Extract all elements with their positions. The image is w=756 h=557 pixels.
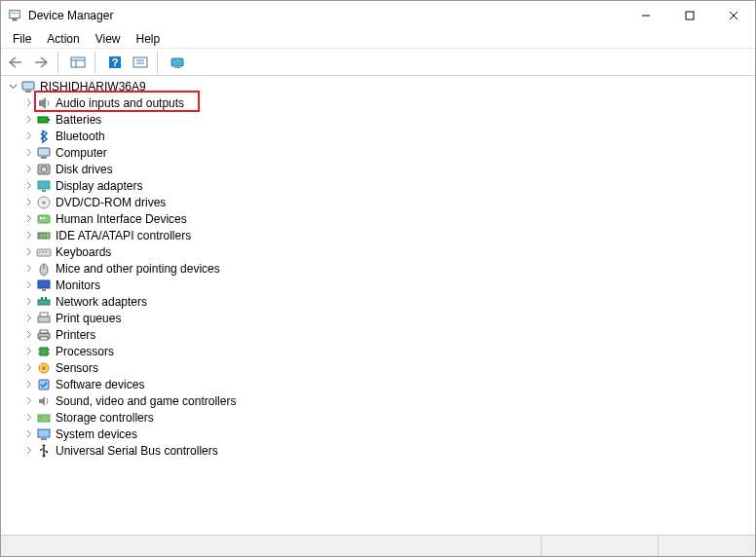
forward-button[interactable] xyxy=(30,52,52,73)
tree-node-label: Batteries xyxy=(56,113,101,127)
svg-rect-46 xyxy=(42,289,46,291)
tree-node[interactable]: Sensors xyxy=(1,359,755,376)
tree-node[interactable]: Batteries xyxy=(1,111,755,128)
svg-rect-51 xyxy=(40,313,48,316)
expand-icon[interactable] xyxy=(20,278,36,293)
hid-icon xyxy=(36,211,52,227)
expand-icon[interactable] xyxy=(20,195,36,210)
tree-node[interactable]: Human Interface Devices xyxy=(1,210,755,227)
tree-node[interactable]: Computer xyxy=(1,144,755,161)
tree-node-label: Disk drives xyxy=(56,163,113,176)
tree-node[interactable]: System devices xyxy=(1,426,755,442)
tree-node-label: Sound, video and game controllers xyxy=(56,394,236,408)
menu-file[interactable]: File xyxy=(5,31,39,47)
tree-node[interactable]: Bluetooth xyxy=(1,128,755,144)
expand-icon[interactable] xyxy=(20,244,36,260)
expand-icon[interactable] xyxy=(20,344,36,359)
tree-node[interactable]: Display adapters xyxy=(1,177,755,194)
menu-action[interactable]: Action xyxy=(39,31,87,47)
expand-icon[interactable] xyxy=(20,327,36,343)
expand-icon[interactable] xyxy=(20,377,36,392)
collapse-icon[interactable] xyxy=(5,79,20,94)
show-hidden-button[interactable] xyxy=(67,52,89,73)
svg-rect-48 xyxy=(41,297,43,300)
tree-node[interactable]: Software devices xyxy=(1,376,755,392)
tree-node-label: Storage controllers xyxy=(56,411,154,425)
printer-icon xyxy=(36,327,52,343)
display-icon xyxy=(36,178,52,194)
bluetooth-icon xyxy=(36,129,52,144)
tree-node[interactable]: Universal Serial Bus controllers xyxy=(1,442,755,459)
tree-node[interactable]: Print queues xyxy=(1,310,755,326)
tree-node-label: Universal Serial Bus controllers xyxy=(56,444,218,458)
monitor-icon xyxy=(36,278,52,293)
tree-node-label: Computer xyxy=(56,146,107,160)
tree-node[interactable]: DVD/CD-ROM drives xyxy=(1,194,755,210)
properties-button[interactable] xyxy=(130,52,151,73)
maximize-button[interactable] xyxy=(667,1,711,30)
expand-icon[interactable] xyxy=(20,211,36,227)
tree-node-label: Sensors xyxy=(56,361,98,375)
printqueue-icon xyxy=(36,311,52,326)
tree-node[interactable]: Keyboards xyxy=(1,243,755,260)
app-icon xyxy=(7,8,22,23)
svg-rect-29 xyxy=(42,190,46,192)
menu-help[interactable]: Help xyxy=(129,31,169,47)
scan-button[interactable] xyxy=(167,52,188,73)
svg-text:?: ? xyxy=(112,56,119,68)
tree-node-label: Display adapters xyxy=(56,179,142,193)
back-button[interactable] xyxy=(5,52,26,73)
svg-point-4 xyxy=(17,13,19,15)
expand-icon[interactable] xyxy=(20,228,36,243)
tree-node-label: System devices xyxy=(56,427,137,441)
disk-icon xyxy=(36,162,52,177)
expand-icon[interactable] xyxy=(20,112,36,128)
window-title: Device Manager xyxy=(28,9,624,22)
minimize-button[interactable] xyxy=(624,1,667,30)
keyboard-icon xyxy=(36,244,52,260)
tree-node-label: Keyboards xyxy=(56,245,111,259)
menubar: File Action View Help xyxy=(1,30,755,49)
svg-rect-0 xyxy=(10,11,20,19)
svg-rect-42 xyxy=(45,251,47,253)
help-button[interactable]: ? xyxy=(104,52,126,73)
expand-icon[interactable] xyxy=(20,294,36,310)
sensor-icon xyxy=(36,360,52,376)
tree-node[interactable]: IDE ATA/ATAPI controllers xyxy=(1,227,755,243)
svg-point-3 xyxy=(14,13,16,15)
toolbar-separator xyxy=(157,52,161,73)
tree-node[interactable]: Sound, video and game controllers xyxy=(1,392,755,409)
device-tree[interactable]: RISHIDHARIW36A9 Audio inputs and outputs… xyxy=(1,76,755,535)
tree-node-label: Software devices xyxy=(56,378,144,391)
svg-point-68 xyxy=(43,454,46,457)
expand-icon[interactable] xyxy=(20,129,36,144)
expand-icon[interactable] xyxy=(20,427,36,442)
svg-rect-49 xyxy=(45,297,47,300)
svg-rect-23 xyxy=(48,119,50,121)
expand-icon[interactable] xyxy=(20,443,36,459)
expand-icon[interactable] xyxy=(20,162,36,177)
titlebar: Device Manager xyxy=(1,1,755,30)
svg-rect-24 xyxy=(38,148,50,156)
svg-rect-64 xyxy=(38,415,50,422)
tree-node-label: Monitors xyxy=(56,278,100,292)
close-button[interactable] xyxy=(711,1,755,30)
expand-icon[interactable] xyxy=(20,393,36,409)
expand-icon[interactable] xyxy=(20,410,36,426)
expand-icon[interactable] xyxy=(20,261,36,277)
tree-node[interactable]: Processors xyxy=(1,343,755,359)
tree-node[interactable]: Network adapters xyxy=(1,293,755,310)
sound-icon xyxy=(36,393,52,409)
tree-node[interactable]: Monitors xyxy=(1,277,755,293)
tree-node[interactable]: Storage controllers xyxy=(1,409,755,426)
menu-view[interactable]: View xyxy=(88,31,129,47)
expand-icon[interactable] xyxy=(20,178,36,194)
tree-node[interactable]: Mice and other pointing devices xyxy=(1,260,755,277)
expand-icon[interactable] xyxy=(20,145,36,161)
expand-icon[interactable] xyxy=(20,311,36,326)
svg-rect-47 xyxy=(38,300,50,305)
tree-node[interactable]: Printers xyxy=(1,326,755,343)
tree-node-label: Printers xyxy=(56,328,95,342)
tree-node[interactable]: Disk drives xyxy=(1,161,755,177)
expand-icon[interactable] xyxy=(20,360,36,376)
